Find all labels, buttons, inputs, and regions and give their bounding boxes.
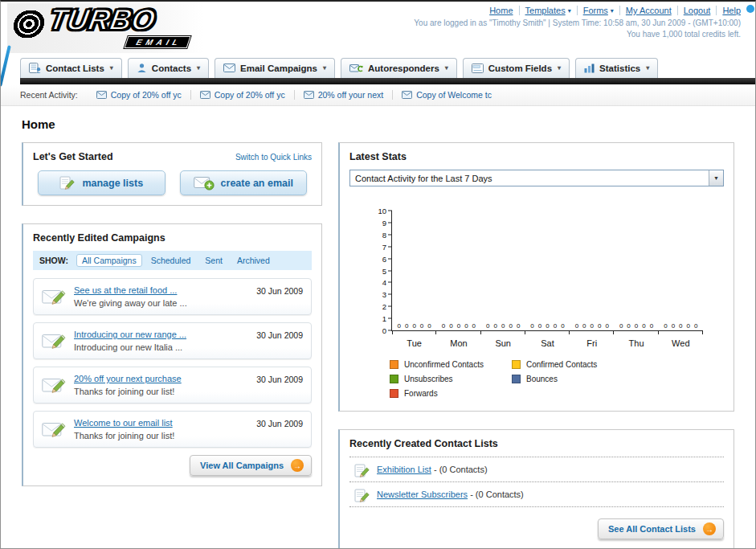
page-pencil-icon xyxy=(354,488,370,506)
recent-activity-item[interactable]: Copy of 20% off yc xyxy=(88,90,191,100)
campaign-title-link[interactable]: See us at the retail food ... xyxy=(74,285,243,295)
logo-swirl-icon xyxy=(10,10,47,39)
contact-list-link[interactable]: Newsletter Subscribers xyxy=(377,490,468,499)
see-all-contact-lists-button[interactable]: See All Contact Lists → xyxy=(598,518,724,539)
chevron-down-icon: ▾ xyxy=(197,64,200,72)
header-link-my-account[interactable]: My Account xyxy=(626,6,672,15)
y-axis-label: 7 xyxy=(382,242,386,251)
bar-value-label: 0 xyxy=(464,322,468,330)
bar-value-label: 0 xyxy=(486,322,489,330)
legend-label: Confirmed Contacts xyxy=(526,360,597,369)
manage-lists-button[interactable]: manage lists xyxy=(38,170,166,195)
recent-activity-item[interactable]: 20% off your next xyxy=(295,90,394,100)
logo-primary-text: TURBO xyxy=(47,6,191,34)
nav-dark-bar xyxy=(20,78,755,84)
create-email-label: create an email xyxy=(221,178,293,189)
bar-value-label: 0 xyxy=(427,322,431,330)
recent-activity-bar: Recent Activity: Copy of 20% off ycCopy … xyxy=(1,84,755,106)
mail-icon xyxy=(200,91,210,99)
campaign-row: 20% off your next purchaseThanks for joi… xyxy=(33,367,312,404)
recent-activity-items: Copy of 20% off ycCopy of 20% off yc20% … xyxy=(88,90,501,100)
view-all-campaigns-label: View All Campaigns xyxy=(200,461,284,470)
bar-value-label: 0 xyxy=(472,322,476,330)
dropdown-arrow-icon: ▼ xyxy=(709,170,723,186)
bar-value-label: 0 xyxy=(517,322,520,330)
x-axis-label: Fri xyxy=(570,338,614,348)
nav-tab-label: Autoresponders xyxy=(368,64,439,73)
campaign-subtitle: Thanks for joining our list! xyxy=(74,387,243,396)
decorative-dot xyxy=(746,5,754,13)
campaign-date: 30 Jun 2009 xyxy=(256,419,303,428)
custom-fields-icon xyxy=(472,64,484,73)
bar-value-label: 0 xyxy=(590,322,594,330)
filter-tab-all-campaigns[interactable]: All Campaigns xyxy=(76,254,142,267)
bar-value-label: 0 xyxy=(672,322,675,330)
campaign-title-link[interactable]: 20% off your next purchase xyxy=(74,374,243,383)
y-axis-tick: 3 xyxy=(382,290,392,299)
header-link-help[interactable]: Help xyxy=(722,6,741,15)
campaign-title-link[interactable]: Welcome to our email list xyxy=(74,418,243,428)
mail-pencil-icon xyxy=(42,376,66,397)
y-axis-tick: 9 xyxy=(382,218,392,227)
x-axis-label: Sun xyxy=(481,338,525,348)
nav-tab-contacts[interactable]: Contacts▾ xyxy=(128,58,209,78)
nav-tab-statistics[interactable]: Statistics▾ xyxy=(575,58,658,78)
chart-legend: Unconfirmed ContactsConfirmed ContactsUn… xyxy=(390,360,724,398)
header-link-home[interactable]: Home xyxy=(489,6,513,15)
nav-tab-custom-fields[interactable]: Custom Fields▾ xyxy=(463,58,570,78)
y-axis-tick: 7 xyxy=(382,242,392,251)
header-link-wrap: My Account xyxy=(620,6,678,15)
bar-value-label: 0 xyxy=(627,322,630,330)
contact-lists-panel: Recently Created Contact Lists Exhibitio… xyxy=(338,429,734,549)
header-link-forms[interactable]: Forms xyxy=(583,6,608,15)
header-link-logout[interactable]: Logout xyxy=(684,6,711,15)
recent-activity-item[interactable]: Copy of Welcome tc xyxy=(393,90,501,100)
campaign-date: 30 Jun 2009 xyxy=(256,286,303,296)
view-all-campaigns-button[interactable]: View All Campaigns → xyxy=(190,455,312,476)
bar-value-labels: 00000 xyxy=(481,322,525,330)
header-link-templates[interactable]: Templates xyxy=(525,6,566,15)
chevron-down-icon: ▾ xyxy=(646,64,649,72)
login-info: You are logged in as "Timothy Smith" | S… xyxy=(414,18,741,27)
y-axis-label: 3 xyxy=(382,290,386,299)
y-axis-tick: 4 xyxy=(382,278,392,287)
legend-item: Unsubscribes xyxy=(390,375,512,383)
bar-value-label: 0 xyxy=(457,322,460,330)
campaign-title-link[interactable]: Introducing our new range ... xyxy=(74,330,243,339)
legend-item: Forwards xyxy=(390,389,512,398)
nav-tab-email-campaigns[interactable]: Email Campaigns▾ xyxy=(215,58,335,78)
legend-label: Unconfirmed Contacts xyxy=(404,360,484,369)
app-window: TURBO EMAIL HomeTemplates▾Forms▾My Accou… xyxy=(0,0,756,549)
create-email-button[interactable]: create an email xyxy=(180,170,308,195)
campaign-date: 30 Jun 2009 xyxy=(256,330,303,340)
header: TURBO EMAIL HomeTemplates▾Forms▾My Accou… xyxy=(1,2,755,53)
manage-lists-label: manage lists xyxy=(82,178,143,189)
mail-pencil-icon xyxy=(42,420,66,441)
recent-activity-label: Recent Activity: xyxy=(20,90,78,100)
y-axis-label: 5 xyxy=(382,266,386,275)
y-axis-label: 0 xyxy=(382,326,386,335)
contact-list-items: Exhibition List - (0 Contacts)Newsletter… xyxy=(349,457,724,507)
y-axis-label: 8 xyxy=(382,230,386,239)
filter-tab-scheduled[interactable]: Scheduled xyxy=(145,254,197,267)
mail-icon xyxy=(96,91,107,99)
nav-tabs: Contact Lists▾Contacts▾Email Campaigns▾A… xyxy=(20,58,755,78)
stats-filter-select[interactable]: Contact Activity for the Last 7 Days ▼ xyxy=(349,170,724,186)
contact-lists-title: Recently Created Contact Lists xyxy=(349,438,724,457)
header-link-wrap: Logout xyxy=(678,6,717,15)
recent-activity-item[interactable]: Copy of 20% off yc xyxy=(191,90,295,100)
filter-tab-sent[interactable]: Sent xyxy=(199,254,228,267)
legend-swatch xyxy=(390,360,398,369)
contact-list-link[interactable]: Exhibition List xyxy=(377,465,431,474)
mail-plus-icon xyxy=(194,176,215,191)
legend-label: Bounces xyxy=(526,375,558,383)
bar-value-label: 0 xyxy=(538,322,541,330)
nav-tab-label: Email Campaigns xyxy=(240,64,317,73)
x-axis-label: Thu xyxy=(614,338,658,348)
filter-tab-archived[interactable]: Archived xyxy=(231,254,276,267)
bar-value-label: 0 xyxy=(546,322,549,330)
nav-tab-autoresponders[interactable]: Autoresponders▾ xyxy=(341,58,457,78)
logo-secondary-text: EMAIL xyxy=(125,36,191,48)
nav-tab-contact-lists[interactable]: Contact Lists▾ xyxy=(20,58,122,78)
switch-quick-links-link[interactable]: Switch to Quick Links xyxy=(235,153,312,162)
